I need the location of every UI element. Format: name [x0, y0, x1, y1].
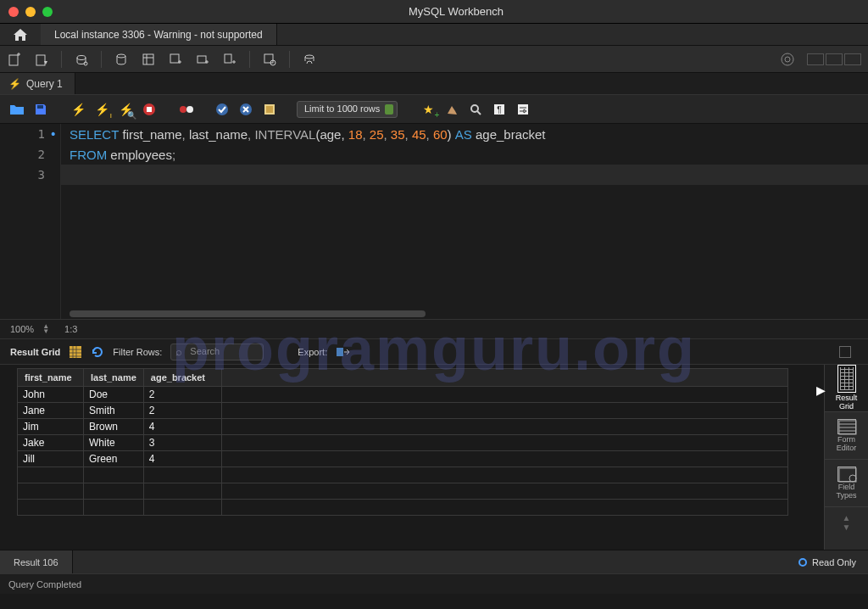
readonly-label: Read Only [812, 557, 856, 567]
titlebar: MySQL Workbench [0, 0, 868, 24]
inspector-icon[interactable] [74, 52, 89, 67]
rollback-icon[interactable] [237, 101, 254, 118]
settings-icon[interactable] [780, 52, 795, 67]
wrap-cell-checkbox[interactable] [839, 346, 851, 358]
export-label: Export: [298, 347, 327, 357]
query-toolbar: ⚡ ⚡I ⚡🔍 Limit to 1000 rows ★+ ¶ [0, 95, 868, 124]
side-panel-nav[interactable]: ▲▼ [825, 507, 868, 538]
svg-point-12 [782, 53, 793, 65]
zoom-control[interactable]: 100% ▲▼ [10, 324, 49, 334]
save-file-icon[interactable] [32, 101, 49, 118]
svg-rect-5 [143, 54, 153, 64]
result-grid[interactable]: first_namelast_nameage_bracketJohnDoe2Ja… [0, 365, 824, 550]
side-tab-result-grid[interactable]: Result Grid [825, 365, 868, 412]
beautify-icon[interactable] [443, 101, 460, 118]
commit-icon[interactable] [214, 101, 231, 118]
side-panel-arrow-icon: ▶ [816, 383, 826, 397]
svg-rect-7 [198, 56, 206, 63]
refresh-icon[interactable] [91, 345, 104, 359]
db-tool-1-icon[interactable] [114, 52, 129, 67]
svg-point-18 [186, 106, 193, 113]
home-button[interactable] [0, 24, 41, 45]
grid-view-icon[interactable] [69, 345, 82, 359]
maximize-window-button[interactable] [42, 7, 53, 17]
db-reconnect-icon[interactable] [302, 52, 317, 67]
editor-scrollbar[interactable] [70, 310, 426, 317]
new-sql-tab-icon[interactable] [7, 52, 22, 67]
svg-point-13 [785, 57, 790, 62]
result-footer: Result 106 Read Only [0, 550, 868, 573]
svg-rect-22 [266, 106, 273, 113]
db-tool-3-icon[interactable] [168, 52, 183, 67]
svg-point-2 [77, 55, 86, 59]
zoom-pct: 100% [10, 324, 34, 334]
svg-rect-0 [9, 55, 18, 65]
svg-point-17 [180, 106, 186, 113]
stop-icon[interactable] [141, 101, 158, 118]
toggle-left-panel[interactable] [807, 53, 824, 65]
line-number: 1 [0, 124, 60, 144]
side-tab-field-types[interactable]: Field Types [825, 460, 868, 507]
readonly-icon [798, 558, 807, 567]
svg-point-23 [471, 105, 478, 112]
toggle-right-panel[interactable] [844, 53, 861, 65]
side-tab-label: Field Types [836, 483, 856, 500]
svg-rect-14 [37, 105, 43, 109]
window-title: MySQL Workbench [53, 5, 860, 18]
open-file-icon[interactable] [8, 101, 25, 118]
svg-rect-28 [337, 348, 343, 356]
explain-icon[interactable]: ⚡🔍 [117, 101, 134, 118]
export-icon[interactable] [336, 345, 349, 359]
toggle-limit-icon[interactable] [261, 101, 278, 118]
sql-editor[interactable]: 1 2 3 SELECT first_name, last_name, INTE… [0, 124, 868, 319]
svg-point-11 [305, 55, 314, 59]
execute-current-icon[interactable]: ⚡I [93, 101, 110, 118]
svg-rect-16 [147, 107, 152, 112]
query-tab[interactable]: ⚡ Query 1 [0, 73, 75, 94]
result-side-panel: ▶ Result Grid Form Editor Field Types ▲▼ [824, 365, 868, 550]
side-tab-form-editor[interactable]: Form Editor [825, 412, 868, 460]
statusbar: Query Completed [0, 573, 868, 594]
connection-tabbar: Local instance 3306 - Warning - not supp… [0, 24, 868, 46]
filter-search-input[interactable]: Search [170, 344, 264, 360]
word-wrap-icon[interactable] [515, 101, 531, 118]
svg-rect-6 [170, 54, 179, 63]
toggle-bottom-panel[interactable] [826, 53, 843, 65]
result-grid-label: Result Grid [10, 347, 60, 357]
main-toolbar [0, 46, 868, 73]
results-area: first_namelast_nameage_bracketJohnDoe2Ja… [0, 365, 868, 550]
svg-point-31 [849, 475, 856, 482]
svg-point-4 [117, 54, 125, 58]
invisible-chars-icon[interactable]: ¶ [491, 101, 508, 118]
result-tab[interactable]: Result 106 [0, 550, 73, 573]
line-gutter: 1 2 3 [0, 124, 61, 319]
status-message: Query Completed [8, 579, 81, 589]
svg-text:¶: ¶ [498, 105, 502, 115]
minimize-window-button[interactable] [25, 7, 36, 17]
toggle-autocommit-icon[interactable] [178, 101, 195, 118]
close-window-button[interactable] [8, 7, 19, 17]
find-icon[interactable] [467, 101, 484, 118]
execute-icon[interactable]: ⚡ [70, 101, 86, 118]
open-sql-file-icon[interactable] [34, 52, 49, 67]
field-types-icon [837, 467, 856, 482]
side-tab-label: Result Grid [836, 394, 858, 411]
lightning-icon: ⚡ [8, 78, 21, 90]
svg-rect-1 [36, 55, 45, 65]
code-area[interactable]: SELECT first_name, last_name, INTERVAL(a… [70, 124, 860, 185]
favorite-icon[interactable]: ★+ [420, 101, 437, 118]
row-limit-selector[interactable]: Limit to 1000 rows [297, 101, 398, 118]
result-table[interactable]: first_namelast_nameage_bracketJohnDoe2Ja… [17, 368, 788, 516]
form-icon [837, 419, 856, 434]
traffic-lights [8, 7, 53, 17]
db-tool-5-icon[interactable] [222, 52, 237, 67]
query-tab-row: ⚡ Query 1 [0, 73, 868, 95]
side-tab-label: Form Editor [837, 436, 857, 453]
svg-rect-26 [518, 104, 528, 115]
db-tool-2-icon[interactable] [141, 52, 156, 67]
db-search-icon[interactable] [262, 52, 277, 67]
editor-status-row: 100% ▲▼ 1:3 [0, 319, 868, 339]
connection-tab[interactable]: Local instance 3306 - Warning - not supp… [41, 24, 277, 45]
db-tool-4-icon[interactable] [195, 52, 210, 67]
panel-toggle-group [807, 53, 861, 65]
